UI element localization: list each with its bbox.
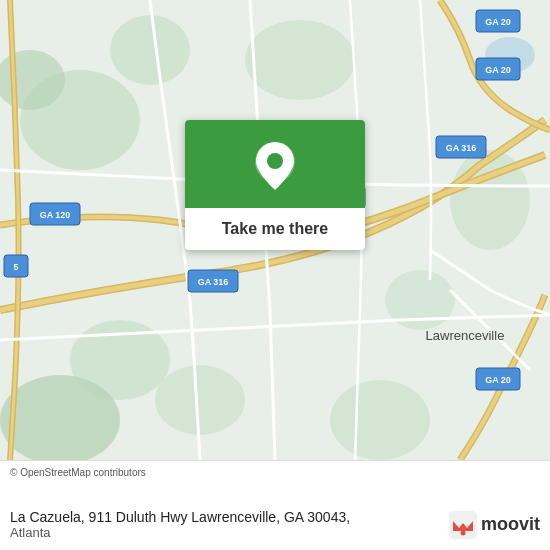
- card-text-section: Take me there: [202, 208, 348, 250]
- take-me-there-overlay[interactable]: Take me there: [185, 120, 365, 250]
- svg-point-7: [155, 365, 245, 435]
- address-text: La Cazuela, 911 Duluth Hwy Lawrenceville…: [10, 509, 350, 525]
- svg-point-32: [460, 530, 465, 535]
- svg-point-4: [245, 20, 355, 100]
- moovit-icon: [449, 511, 477, 539]
- osm-credit: © OpenStreetMap contributors: [10, 467, 540, 478]
- svg-point-30: [267, 153, 283, 169]
- take-me-there-label: Take me there: [222, 220, 328, 237]
- svg-point-3: [110, 15, 190, 85]
- moovit-text: moovit: [481, 514, 540, 535]
- svg-point-8: [330, 380, 430, 460]
- svg-text:5: 5: [13, 262, 18, 272]
- moovit-logo: moovit: [449, 511, 540, 539]
- address-row: La Cazuela, 911 Duluth Hwy Lawrenceville…: [10, 505, 540, 542]
- city-text: Atlanta: [10, 525, 350, 540]
- svg-text:GA 20: GA 20: [485, 65, 511, 75]
- svg-text:GA 316: GA 316: [198, 277, 229, 287]
- take-me-there-card[interactable]: Take me there: [185, 120, 365, 250]
- map-container: GA 20 GA 20 GA 316 GA 316 GA 316 GA 120 …: [0, 0, 550, 460]
- card-green-section: [185, 120, 365, 208]
- location-pin-icon: [253, 140, 297, 192]
- svg-text:GA 20: GA 20: [485, 375, 511, 385]
- svg-text:GA 20: GA 20: [485, 17, 511, 27]
- svg-text:GA 316: GA 316: [446, 143, 477, 153]
- bottom-bar: © OpenStreetMap contributors La Cazuela,…: [0, 460, 550, 550]
- svg-text:GA 120: GA 120: [40, 210, 71, 220]
- svg-text:Lawrenceville: Lawrenceville: [426, 328, 505, 343]
